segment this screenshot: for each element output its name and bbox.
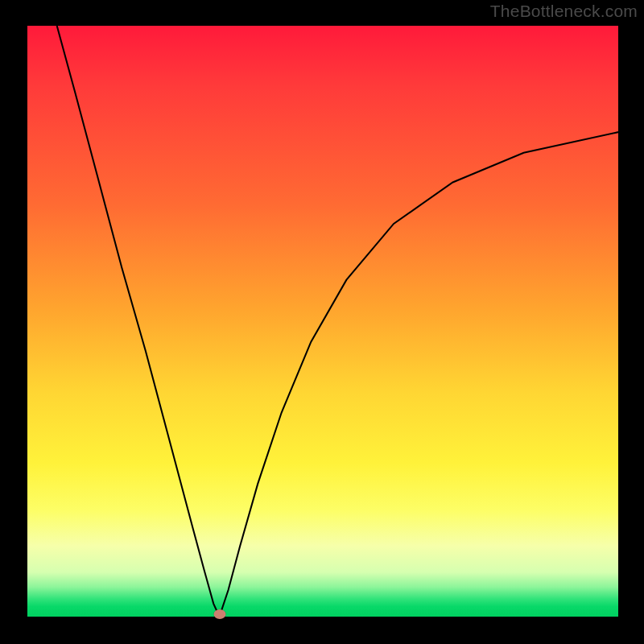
plot-area bbox=[27, 26, 618, 617]
optimum-marker bbox=[213, 609, 225, 619]
curve-path bbox=[57, 26, 618, 617]
bottleneck-curve bbox=[27, 26, 618, 617]
chart-stage: TheBottleneck.com bbox=[0, 0, 644, 644]
watermark-text: TheBottleneck.com bbox=[490, 2, 638, 21]
